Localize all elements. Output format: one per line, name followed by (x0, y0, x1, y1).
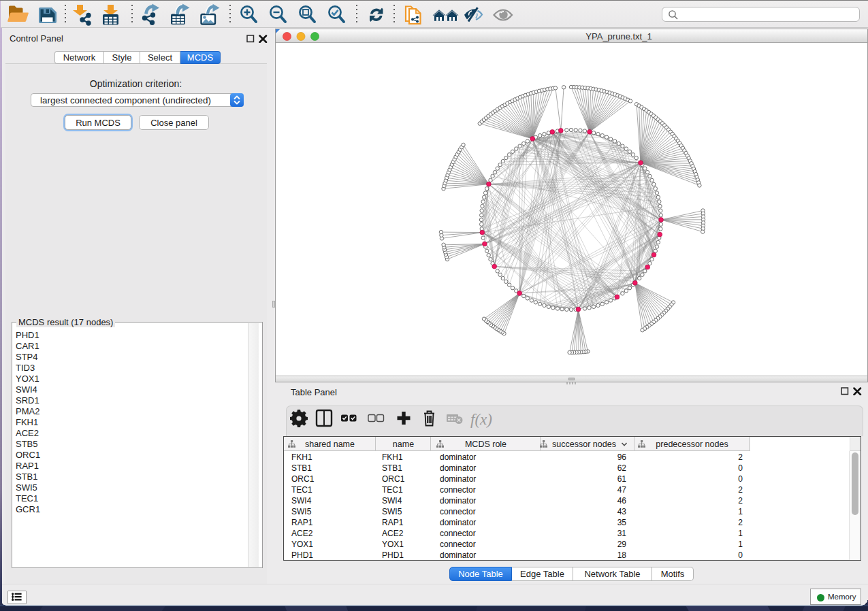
svg-text:f(x): f(x) (470, 411, 492, 428)
